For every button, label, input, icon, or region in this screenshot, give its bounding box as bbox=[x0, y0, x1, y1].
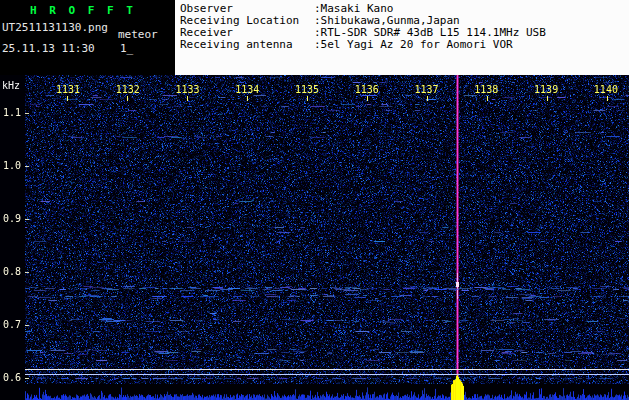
freq-tick-label: 1.0 bbox=[3, 161, 25, 171]
time-tick-label: 1132 bbox=[115, 85, 141, 95]
station-info-panel: Observer:Masaki Kano Receiving Location:… bbox=[175, 0, 629, 75]
time-tick-label: 1136 bbox=[354, 85, 380, 95]
time-tick-label: 1140 bbox=[593, 85, 619, 95]
time-tick-label: 1138 bbox=[473, 85, 499, 95]
time-tick-label: 1131 bbox=[55, 85, 81, 95]
page-counter: 1_ bbox=[120, 42, 133, 55]
spectrogram-plot: kHz 1.1 1.0 0.9 0.8 0.7 0.6 1131 1132 11… bbox=[0, 75, 629, 400]
time-tick-label: 1137 bbox=[414, 85, 440, 95]
info-row-antenna: Receiving antenna:5el Yagi Az 20 for Aom… bbox=[180, 39, 629, 51]
freq-tick-label: 0.8 bbox=[3, 267, 25, 277]
time-tick-label: 1134 bbox=[234, 85, 260, 95]
time-tick-label: 1139 bbox=[533, 85, 559, 95]
header-bar: H R O F F T UT2511131130.png meteor 25.1… bbox=[0, 0, 629, 75]
freq-tick-label: 0.9 bbox=[3, 214, 25, 224]
freq-tick-label: 0.7 bbox=[3, 320, 25, 330]
datetime-label: 25.11.13 11:30 bbox=[2, 42, 95, 55]
mode-label: meteor bbox=[118, 28, 158, 41]
freq-axis-unit: kHz bbox=[2, 80, 20, 91]
freq-tick-label: 0.6 bbox=[3, 373, 25, 383]
hrofft-window: H R O F F T UT2511131130.png meteor 25.1… bbox=[0, 0, 629, 400]
time-tick-label: 1133 bbox=[175, 85, 201, 95]
time-axis: 1131 1132 1133 1134 1135 1136 1137 1138 … bbox=[55, 85, 619, 95]
info-label-antenna: Receiving antenna bbox=[180, 39, 314, 51]
info-value-antenna: :5el Yagi Az 20 for Aomori VOR bbox=[314, 38, 513, 51]
freq-tick-label: 1.1 bbox=[3, 108, 25, 118]
output-filename: UT2511131130.png bbox=[2, 21, 108, 34]
app-title: H R O F F T bbox=[30, 4, 136, 17]
spectrogram-canvas bbox=[0, 75, 629, 400]
header-left-panel: H R O F F T UT2511131130.png meteor 25.1… bbox=[0, 0, 175, 75]
time-tick-label: 1135 bbox=[294, 85, 320, 95]
